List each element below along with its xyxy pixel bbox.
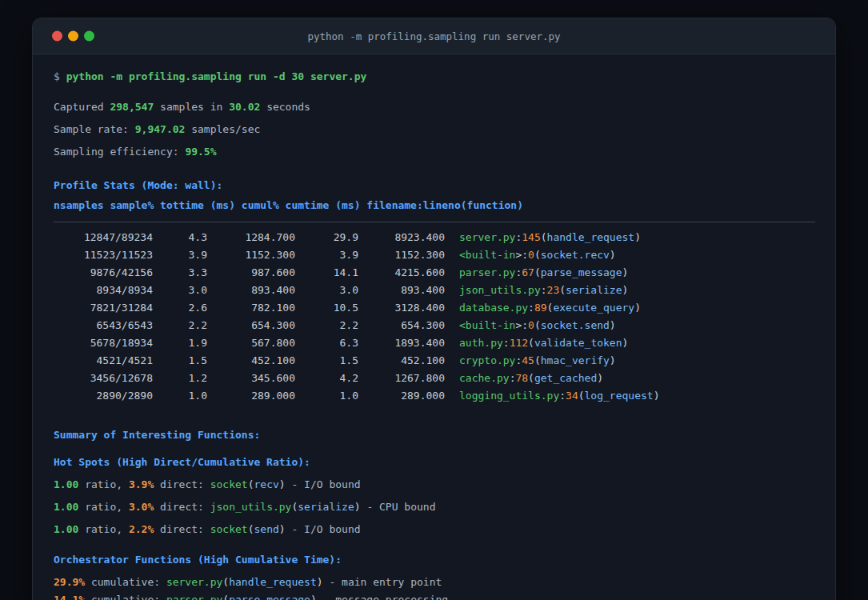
tottime-cell: 345.600 bbox=[207, 370, 295, 387]
separator: : bbox=[528, 302, 534, 314]
orchestrator-line: 14.1% cumulative: parser.py(parse_messag… bbox=[54, 589, 835, 600]
command-line: $ python -m profiling.sampling run -d 30… bbox=[54, 66, 835, 88]
sample-pct-cell: 3.9 bbox=[153, 246, 207, 264]
line-number: 67 bbox=[522, 266, 534, 278]
tottime-cell: 987.600 bbox=[207, 264, 295, 282]
separator: : bbox=[522, 319, 528, 331]
line-number: 112 bbox=[510, 337, 528, 349]
sample-pct-cell: 1.9 bbox=[153, 334, 207, 352]
nsamples-cell: 2890/2890 bbox=[54, 387, 153, 405]
function-name: socket.recv bbox=[541, 249, 610, 261]
separator: : bbox=[541, 284, 547, 296]
line-number: 78 bbox=[515, 372, 528, 384]
sample-pct-cell: 2.6 bbox=[153, 299, 207, 317]
window-title: python -m profiling.sampling run server.… bbox=[307, 30, 560, 42]
cumtime-cell: 1893.400 bbox=[358, 334, 445, 352]
traffic-lights bbox=[52, 31, 94, 42]
paren: ) bbox=[317, 576, 323, 588]
table-header: nsamples sample% tottime (ms) cumul% cum… bbox=[54, 197, 835, 214]
paren: ( bbox=[222, 576, 229, 588]
hotspots-heading: Hot Spots (High Direct/Cumulative Ratio)… bbox=[54, 451, 835, 474]
tottime-cell: 1152.300 bbox=[207, 246, 295, 264]
function-name: handle_request bbox=[547, 231, 635, 243]
function-name: send bbox=[254, 523, 279, 535]
separator: : bbox=[503, 337, 510, 349]
paren: ( bbox=[528, 372, 534, 384]
cumul-pct-cell: 3.9 bbox=[295, 246, 358, 264]
cumul-pct-cell: 29.9 bbox=[295, 229, 358, 246]
direct-pct-value: 2.2% bbox=[129, 523, 154, 535]
file-name: <built-in bbox=[459, 319, 515, 331]
paren: ) bbox=[610, 354, 616, 366]
ratio-label: ratio, bbox=[78, 478, 129, 490]
tottime-cell: 893.400 bbox=[207, 282, 295, 299]
nsamples-cell: 4521/4521 bbox=[54, 352, 153, 370]
cumtime-cell: 1267.800 bbox=[358, 370, 445, 387]
function-name: serialize bbox=[298, 501, 354, 513]
paren: ( bbox=[534, 249, 541, 261]
direct-label: direct: bbox=[154, 478, 210, 490]
paren: ) bbox=[597, 372, 603, 384]
paren: ) bbox=[622, 266, 629, 278]
sample-pct-cell: 4.3 bbox=[153, 229, 207, 246]
cumtime-cell: 654.300 bbox=[358, 317, 445, 334]
paren: ( bbox=[578, 390, 585, 402]
role-annotation: - main entry point bbox=[323, 576, 442, 588]
line-number: 0 bbox=[528, 249, 534, 261]
line-number: 145 bbox=[522, 231, 540, 243]
hotspot-line: 1.00 ratio, 2.2% direct: socket(send) - … bbox=[54, 518, 835, 541]
cumulative-label: cumulative: bbox=[85, 594, 166, 600]
file-name: parser.py bbox=[459, 266, 515, 278]
function-cell: <built-in>:0(socket.send) bbox=[459, 317, 616, 334]
module-name: socket bbox=[210, 523, 248, 535]
module-name: server.py bbox=[166, 576, 222, 588]
table-row: 6543/65432.2654.3002.2654.300<built-in>:… bbox=[54, 317, 835, 334]
paren: ) bbox=[279, 478, 286, 490]
function-cell: auth.py:112(validate_token) bbox=[459, 334, 628, 352]
function-cell: cache.py:78(get_cached) bbox=[459, 370, 603, 387]
nsamples-cell: 8934/8934 bbox=[54, 282, 153, 299]
minimize-button[interactable] bbox=[68, 31, 78, 42]
function-cell: <built-in>:0(socket.recv) bbox=[459, 246, 616, 264]
bound-annotation: - I/O bound bbox=[286, 523, 361, 535]
function-cell: database.py:89(execute_query) bbox=[459, 299, 641, 317]
function-cell: logging_utils.py:34(log_request) bbox=[459, 387, 659, 405]
tottime-cell: 1284.700 bbox=[207, 229, 295, 246]
table-row: 11523/115233.91152.3003.91152.300<built-… bbox=[54, 246, 835, 264]
table-row: 7821/312842.6782.10010.53128.400database… bbox=[54, 299, 835, 317]
efficiency-line: Sampling efficiency: 99.5% bbox=[54, 141, 835, 163]
tottime-cell: 654.300 bbox=[207, 317, 295, 334]
nsamples-cell: 3456/12678 bbox=[54, 370, 153, 387]
table-row: 3456/126781.2345.6004.21267.800cache.py:… bbox=[54, 370, 835, 387]
sample-pct-cell: 1.2 bbox=[153, 370, 207, 387]
ratio-value: 1.00 bbox=[54, 501, 78, 513]
paren: ) bbox=[634, 302, 641, 314]
module-name: socket bbox=[210, 478, 248, 490]
captured-prefix: Captured bbox=[54, 101, 110, 113]
file-name: <built-in bbox=[459, 249, 515, 261]
tottime-cell: 289.000 bbox=[207, 387, 295, 405]
terminal-content: $ python -m profiling.sampling run -d 30… bbox=[33, 66, 835, 600]
paren: ) bbox=[310, 594, 317, 600]
table-row: 8934/89343.0893.4003.0893.400json_utils.… bbox=[54, 282, 835, 299]
tottime-cell: 782.100 bbox=[207, 299, 295, 317]
file-name: logging_utils.py bbox=[459, 390, 559, 402]
maximize-button[interactable] bbox=[84, 31, 94, 42]
close-button[interactable] bbox=[52, 31, 62, 42]
titlebar[interactable]: python -m profiling.sampling run server.… bbox=[33, 18, 835, 54]
ratio-value: 1.00 bbox=[54, 523, 78, 535]
cumul-pct-cell: 10.5 bbox=[295, 299, 358, 317]
nsamples-cell: 6543/6543 bbox=[54, 317, 153, 334]
cumul-pct-cell: 2.2 bbox=[295, 317, 358, 334]
paren: ( bbox=[534, 319, 541, 331]
sample-rate-value: 9,947.02 bbox=[135, 123, 186, 135]
cumtime-cell: 1152.300 bbox=[358, 246, 445, 264]
sample-rate-suffix: samples/sec bbox=[185, 123, 260, 135]
ratio-label: ratio, bbox=[78, 523, 129, 535]
paren: ) bbox=[610, 319, 616, 331]
nsamples-cell: 9876/42156 bbox=[54, 264, 153, 282]
function-name: parse_message bbox=[229, 594, 310, 600]
paren: ) bbox=[354, 501, 361, 513]
nsamples-cell: 12847/89234 bbox=[54, 229, 153, 246]
sample-rate-prefix: Sample rate: bbox=[54, 123, 135, 135]
